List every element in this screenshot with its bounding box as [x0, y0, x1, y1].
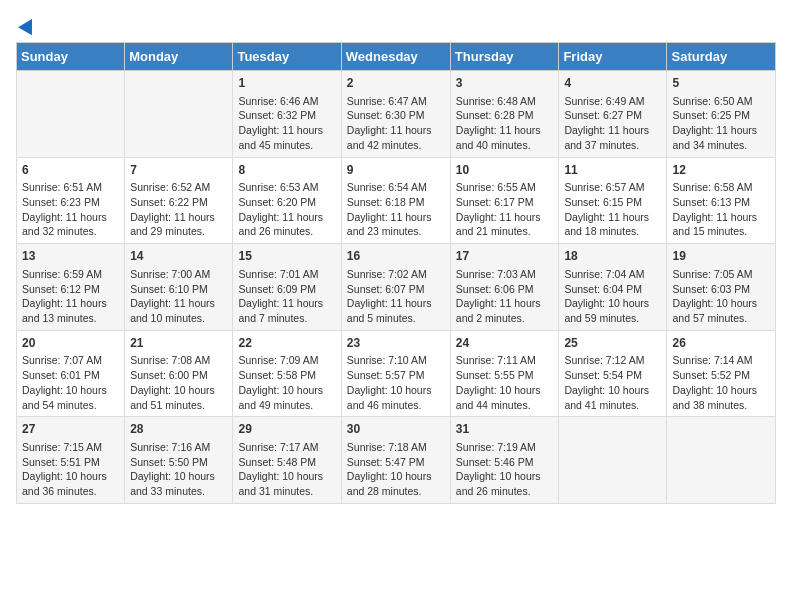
calendar-cell: 7Sunrise: 6:52 AM Sunset: 6:22 PM Daylig…	[125, 157, 233, 244]
day-detail: Sunrise: 6:47 AM Sunset: 6:30 PM Dayligh…	[347, 94, 445, 153]
day-number: 9	[347, 162, 445, 179]
calendar-cell: 21Sunrise: 7:08 AM Sunset: 6:00 PM Dayli…	[125, 330, 233, 417]
day-number: 8	[238, 162, 335, 179]
day-detail: Sunrise: 6:48 AM Sunset: 6:28 PM Dayligh…	[456, 94, 554, 153]
week-row-2: 6Sunrise: 6:51 AM Sunset: 6:23 PM Daylig…	[17, 157, 776, 244]
calendar-cell: 17Sunrise: 7:03 AM Sunset: 6:06 PM Dayli…	[450, 244, 559, 331]
day-number: 21	[130, 335, 227, 352]
day-detail: Sunrise: 7:16 AM Sunset: 5:50 PM Dayligh…	[130, 440, 227, 499]
week-row-3: 13Sunrise: 6:59 AM Sunset: 6:12 PM Dayli…	[17, 244, 776, 331]
day-detail: Sunrise: 6:50 AM Sunset: 6:25 PM Dayligh…	[672, 94, 770, 153]
day-number: 25	[564, 335, 661, 352]
day-number: 11	[564, 162, 661, 179]
day-detail: Sunrise: 7:04 AM Sunset: 6:04 PM Dayligh…	[564, 267, 661, 326]
day-number: 22	[238, 335, 335, 352]
day-number: 13	[22, 248, 119, 265]
day-detail: Sunrise: 7:02 AM Sunset: 6:07 PM Dayligh…	[347, 267, 445, 326]
calendar-cell: 6Sunrise: 6:51 AM Sunset: 6:23 PM Daylig…	[17, 157, 125, 244]
week-row-1: 1Sunrise: 6:46 AM Sunset: 6:32 PM Daylig…	[17, 71, 776, 158]
calendar-cell: 2Sunrise: 6:47 AM Sunset: 6:30 PM Daylig…	[341, 71, 450, 158]
day-header-sunday: Sunday	[17, 43, 125, 71]
day-detail: Sunrise: 7:11 AM Sunset: 5:55 PM Dayligh…	[456, 353, 554, 412]
calendar-cell: 3Sunrise: 6:48 AM Sunset: 6:28 PM Daylig…	[450, 71, 559, 158]
day-number: 30	[347, 421, 445, 438]
calendar-cell	[559, 417, 667, 504]
calendar-cell: 20Sunrise: 7:07 AM Sunset: 6:01 PM Dayli…	[17, 330, 125, 417]
calendar-cell: 10Sunrise: 6:55 AM Sunset: 6:17 PM Dayli…	[450, 157, 559, 244]
day-detail: Sunrise: 7:03 AM Sunset: 6:06 PM Dayligh…	[456, 267, 554, 326]
day-header-thursday: Thursday	[450, 43, 559, 71]
day-detail: Sunrise: 6:51 AM Sunset: 6:23 PM Dayligh…	[22, 180, 119, 239]
calendar-cell: 25Sunrise: 7:12 AM Sunset: 5:54 PM Dayli…	[559, 330, 667, 417]
day-header-saturday: Saturday	[667, 43, 776, 71]
header-row: SundayMondayTuesdayWednesdayThursdayFrid…	[17, 43, 776, 71]
calendar-cell: 18Sunrise: 7:04 AM Sunset: 6:04 PM Dayli…	[559, 244, 667, 331]
day-number: 17	[456, 248, 554, 265]
day-number: 12	[672, 162, 770, 179]
calendar-cell: 26Sunrise: 7:14 AM Sunset: 5:52 PM Dayli…	[667, 330, 776, 417]
day-number: 19	[672, 248, 770, 265]
day-detail: Sunrise: 6:57 AM Sunset: 6:15 PM Dayligh…	[564, 180, 661, 239]
calendar-cell: 31Sunrise: 7:19 AM Sunset: 5:46 PM Dayli…	[450, 417, 559, 504]
calendar-cell: 28Sunrise: 7:16 AM Sunset: 5:50 PM Dayli…	[125, 417, 233, 504]
day-detail: Sunrise: 7:10 AM Sunset: 5:57 PM Dayligh…	[347, 353, 445, 412]
day-detail: Sunrise: 7:12 AM Sunset: 5:54 PM Dayligh…	[564, 353, 661, 412]
calendar-cell	[667, 417, 776, 504]
day-detail: Sunrise: 7:17 AM Sunset: 5:48 PM Dayligh…	[238, 440, 335, 499]
day-detail: Sunrise: 7:18 AM Sunset: 5:47 PM Dayligh…	[347, 440, 445, 499]
calendar-cell: 19Sunrise: 7:05 AM Sunset: 6:03 PM Dayli…	[667, 244, 776, 331]
calendar-cell: 16Sunrise: 7:02 AM Sunset: 6:07 PM Dayli…	[341, 244, 450, 331]
day-detail: Sunrise: 7:15 AM Sunset: 5:51 PM Dayligh…	[22, 440, 119, 499]
day-header-wednesday: Wednesday	[341, 43, 450, 71]
calendar-cell: 13Sunrise: 6:59 AM Sunset: 6:12 PM Dayli…	[17, 244, 125, 331]
calendar-cell: 30Sunrise: 7:18 AM Sunset: 5:47 PM Dayli…	[341, 417, 450, 504]
calendar-cell: 9Sunrise: 6:54 AM Sunset: 6:18 PM Daylig…	[341, 157, 450, 244]
calendar-cell: 14Sunrise: 7:00 AM Sunset: 6:10 PM Dayli…	[125, 244, 233, 331]
logo-icon	[18, 16, 38, 36]
day-number: 1	[238, 75, 335, 92]
day-number: 24	[456, 335, 554, 352]
day-detail: Sunrise: 6:55 AM Sunset: 6:17 PM Dayligh…	[456, 180, 554, 239]
day-detail: Sunrise: 6:46 AM Sunset: 6:32 PM Dayligh…	[238, 94, 335, 153]
calendar-cell: 29Sunrise: 7:17 AM Sunset: 5:48 PM Dayli…	[233, 417, 341, 504]
day-detail: Sunrise: 6:58 AM Sunset: 6:13 PM Dayligh…	[672, 180, 770, 239]
day-detail: Sunrise: 7:19 AM Sunset: 5:46 PM Dayligh…	[456, 440, 554, 499]
calendar-cell: 23Sunrise: 7:10 AM Sunset: 5:57 PM Dayli…	[341, 330, 450, 417]
day-number: 2	[347, 75, 445, 92]
logo	[16, 16, 40, 32]
svg-marker-0	[18, 16, 38, 35]
day-number: 16	[347, 248, 445, 265]
calendar-cell	[17, 71, 125, 158]
calendar-table: SundayMondayTuesdayWednesdayThursdayFrid…	[16, 42, 776, 504]
day-detail: Sunrise: 6:54 AM Sunset: 6:18 PM Dayligh…	[347, 180, 445, 239]
day-number: 6	[22, 162, 119, 179]
day-number: 10	[456, 162, 554, 179]
day-number: 18	[564, 248, 661, 265]
day-number: 23	[347, 335, 445, 352]
day-number: 29	[238, 421, 335, 438]
day-detail: Sunrise: 7:14 AM Sunset: 5:52 PM Dayligh…	[672, 353, 770, 412]
day-detail: Sunrise: 7:08 AM Sunset: 6:00 PM Dayligh…	[130, 353, 227, 412]
calendar-cell: 22Sunrise: 7:09 AM Sunset: 5:58 PM Dayli…	[233, 330, 341, 417]
day-detail: Sunrise: 6:59 AM Sunset: 6:12 PM Dayligh…	[22, 267, 119, 326]
calendar-cell: 15Sunrise: 7:01 AM Sunset: 6:09 PM Dayli…	[233, 244, 341, 331]
day-number: 26	[672, 335, 770, 352]
calendar-cell: 12Sunrise: 6:58 AM Sunset: 6:13 PM Dayli…	[667, 157, 776, 244]
day-detail: Sunrise: 7:00 AM Sunset: 6:10 PM Dayligh…	[130, 267, 227, 326]
day-detail: Sunrise: 6:53 AM Sunset: 6:20 PM Dayligh…	[238, 180, 335, 239]
day-number: 27	[22, 421, 119, 438]
day-number: 31	[456, 421, 554, 438]
calendar-cell	[125, 71, 233, 158]
calendar-cell: 27Sunrise: 7:15 AM Sunset: 5:51 PM Dayli…	[17, 417, 125, 504]
calendar-cell: 4Sunrise: 6:49 AM Sunset: 6:27 PM Daylig…	[559, 71, 667, 158]
day-detail: Sunrise: 7:09 AM Sunset: 5:58 PM Dayligh…	[238, 353, 335, 412]
day-detail: Sunrise: 7:05 AM Sunset: 6:03 PM Dayligh…	[672, 267, 770, 326]
day-detail: Sunrise: 6:52 AM Sunset: 6:22 PM Dayligh…	[130, 180, 227, 239]
day-number: 7	[130, 162, 227, 179]
day-number: 3	[456, 75, 554, 92]
week-row-5: 27Sunrise: 7:15 AM Sunset: 5:51 PM Dayli…	[17, 417, 776, 504]
day-header-monday: Monday	[125, 43, 233, 71]
day-number: 4	[564, 75, 661, 92]
calendar-cell: 11Sunrise: 6:57 AM Sunset: 6:15 PM Dayli…	[559, 157, 667, 244]
calendar-cell: 1Sunrise: 6:46 AM Sunset: 6:32 PM Daylig…	[233, 71, 341, 158]
